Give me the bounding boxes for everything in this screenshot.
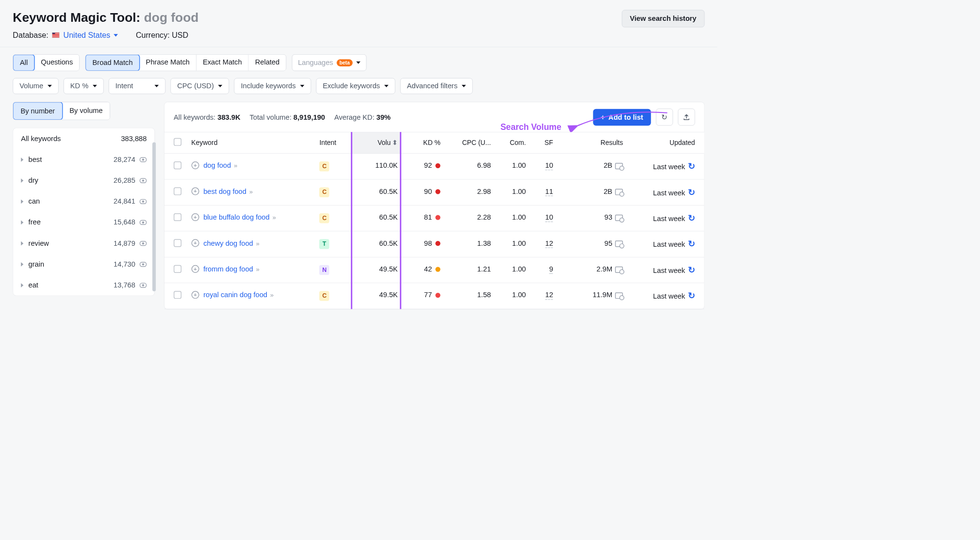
stat-total-volume: Total volume: 8,919,190 [250,113,325,121]
sidebar-item-review[interactable]: review 14,879 [13,233,154,254]
cell-updated: Last week↻ [626,283,704,309]
chevron-down-icon [356,62,360,64]
eye-icon[interactable] [140,199,147,204]
sidebar-item-eat[interactable]: eat 13,768 [13,275,154,296]
cell-com: 1.00 [494,231,529,257]
kd-filter[interactable]: KD % [64,78,104,94]
include-keywords-filter[interactable]: Include keywords [234,78,311,94]
tab-by-volume[interactable]: By volume [63,102,110,120]
sidebar-mode-tabs: By number By volume [13,102,110,120]
title-prefix: Keyword Magic Tool: [13,10,140,24]
col-kd[interactable]: KD % [401,132,444,154]
row-checkbox[interactable] [174,265,181,273]
col-updated[interactable]: Updated [626,132,704,154]
refresh-row-icon[interactable]: ↻ [688,213,695,223]
serp-icon[interactable] [615,267,623,273]
refresh-row-icon[interactable]: ↻ [688,187,695,197]
eye-icon[interactable] [140,283,147,287]
eye-icon[interactable] [140,262,147,267]
refresh-row-icon[interactable]: ↻ [688,291,695,301]
add-keyword-icon[interactable]: + [191,291,199,299]
eye-icon[interactable] [140,178,147,183]
tab-phrase-match[interactable]: Phrase Match [139,55,196,71]
cell-com: 1.00 [494,179,529,205]
double-chevron-icon[interactable]: » [234,162,237,170]
cell-sf: 12 [529,283,556,309]
sidebar-item-best[interactable]: best 28,274 [13,149,154,170]
intent-filter[interactable]: Intent [109,78,165,94]
row-checkbox[interactable] [174,161,181,169]
keyword-link[interactable]: chewy dog food [203,239,253,247]
refresh-row-icon[interactable]: ↻ [688,161,695,171]
select-all-checkbox[interactable] [174,138,181,146]
volume-filter[interactable]: Volume [13,78,58,94]
add-keyword-icon[interactable]: + [191,239,199,247]
serp-icon[interactable] [615,215,623,221]
keyword-link[interactable]: royal canin dog food [203,291,267,299]
double-chevron-icon[interactable]: » [273,214,276,221]
add-keyword-icon[interactable]: + [191,265,199,273]
refresh-row-icon[interactable]: ↻ [688,239,695,249]
cell-updated: Last week↻ [626,257,704,283]
chevron-right-icon [21,262,23,267]
double-chevron-icon[interactable]: » [270,292,274,299]
row-checkbox[interactable] [174,291,181,299]
cpc-filter[interactable]: CPC (USD) [170,78,229,94]
row-checkbox[interactable] [174,239,181,247]
kd-dot-icon [436,293,441,298]
sidebar-all-keywords[interactable]: All keywords 383,888 [13,128,154,149]
keyword-link[interactable]: dog food [203,161,231,169]
tab-questions[interactable]: Questions [34,55,79,71]
exclude-keywords-filter[interactable]: Exclude keywords [316,78,395,94]
add-keyword-icon[interactable]: + [191,161,199,169]
tab-related[interactable]: Related [248,55,286,71]
view-search-history-button[interactable]: View search history [621,10,704,27]
advanced-filters[interactable]: Advanced filters [400,78,473,94]
kd-dot-icon [436,163,441,168]
double-chevron-icon[interactable]: » [256,240,260,247]
sidebar-item-can[interactable]: can 24,841 [13,191,154,212]
add-keyword-icon[interactable]: + [191,213,199,221]
sidebar-head-count: 383,888 [121,134,147,143]
sidebar-item-dry[interactable]: dry 26,285 [13,170,154,191]
serp-icon[interactable] [615,240,623,247]
tab-by-number[interactable]: By number [13,102,63,120]
eye-icon[interactable] [140,157,147,162]
row-checkbox[interactable] [174,213,181,221]
chevron-right-icon [21,241,23,245]
kd-dot-icon [436,215,441,220]
stat-all-keywords: All keywords: 383.9K [174,113,241,121]
col-results[interactable]: Results [556,132,626,154]
eye-icon[interactable] [140,220,147,224]
row-checkbox[interactable] [174,187,181,195]
col-keyword[interactable]: Keyword [188,132,316,154]
col-cpc[interactable]: CPC (U... [444,132,494,154]
tab-all[interactable]: All [13,54,35,71]
sidebar-item-grain[interactable]: grain 14,730 [13,254,154,274]
keyword-link[interactable]: best dog food [203,187,246,195]
keyword-link[interactable]: fromm dog food [203,265,253,273]
eye-icon[interactable] [140,241,147,246]
kd-dot-icon [436,189,441,194]
serp-icon[interactable] [615,163,623,169]
col-com[interactable]: Com. [494,132,529,154]
double-chevron-icon[interactable]: » [256,266,260,273]
col-sf[interactable]: SF [529,132,556,154]
refresh-row-icon[interactable]: ↻ [688,265,695,275]
database-selector[interactable]: Database: United States [13,31,118,40]
scrollbar[interactable] [152,143,156,291]
keyword-link[interactable]: blue buffalo dog food [203,213,269,221]
tab-exact-match[interactable]: Exact Match [196,55,249,71]
col-intent[interactable]: Intent [316,132,351,154]
cell-com: 1.00 [494,257,529,283]
languages-dropdown[interactable]: Languages beta [292,54,367,71]
serp-icon[interactable] [615,189,623,195]
sidebar-item-free[interactable]: free 15,648 [13,212,154,233]
add-keyword-icon[interactable]: + [191,187,199,195]
col-volume[interactable]: Volu⬍ [351,132,401,154]
double-chevron-icon[interactable]: » [249,188,253,195]
tab-broad-match[interactable]: Broad Match [85,54,140,71]
serp-icon[interactable] [615,292,623,299]
chevron-right-icon [21,283,23,287]
cell-kd: 92 [424,161,441,170]
